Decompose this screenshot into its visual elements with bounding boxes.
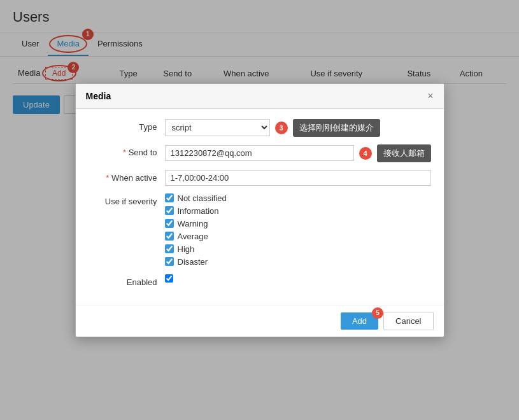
modal-title: Media [86, 91, 111, 101]
when-active-row: When active [89, 170, 431, 186]
severity-checkboxes: Not classified Information Warning [165, 193, 227, 267]
severity-disaster[interactable]: Disaster [165, 257, 227, 267]
cb-high[interactable] [165, 244, 174, 253]
severity-warning-label: Warning [178, 219, 208, 228]
severity-information[interactable]: Information [165, 206, 227, 216]
cb-disaster[interactable] [165, 257, 174, 266]
type-control: script Email SMS 3 选择刚刚创建的媒介 [165, 119, 431, 137]
severity-high[interactable]: High [165, 244, 227, 254]
media-modal: Media × Type script Email SMS 3 选择刚刚创建 [75, 83, 444, 337]
enabled-row: Enabled [89, 274, 431, 287]
tooltip-type: 选择刚刚创建的媒介 [293, 119, 380, 137]
modal-overlay: Media × Type script Email SMS 3 选择刚刚创建 [0, 0, 519, 420]
severity-control: Not classified Information Warning [165, 193, 431, 267]
type-row: Type script Email SMS 3 选择刚刚创建的媒介 [89, 119, 431, 137]
modal-cancel-button[interactable]: Cancel [383, 312, 433, 330]
severity-not-classified[interactable]: Not classified [165, 193, 227, 203]
enabled-control [165, 274, 431, 283]
severity-row: Use if severity Not classified Informati… [89, 193, 431, 267]
severity-label: Use if severity [89, 193, 165, 206]
type-select[interactable]: script Email SMS [165, 119, 270, 136]
when-active-input[interactable] [165, 170, 431, 186]
enabled-label: Enabled [89, 274, 165, 287]
modal-footer: Add 5 Cancel [76, 305, 444, 337]
page-background: Users User Media 1 Permissions Media [0, 0, 519, 420]
step3-badge: 3 [275, 122, 288, 134]
cb-average[interactable] [165, 232, 174, 241]
sendto-control: 4 接收人邮箱 [165, 144, 431, 162]
step4-badge: 4 [359, 147, 372, 160]
severity-information-label: Information [178, 206, 219, 216]
tooltip-sendto: 接收人邮箱 [377, 144, 431, 162]
modal-close-button[interactable]: × [427, 90, 433, 102]
type-label: Type [89, 119, 165, 132]
sendto-input[interactable] [165, 145, 354, 161]
step5-badge: 5 [372, 307, 383, 319]
sendto-label: Send to [89, 144, 165, 157]
when-active-control [165, 170, 431, 186]
cb-not-classified[interactable] [165, 193, 174, 202]
cb-information[interactable] [165, 206, 174, 215]
enabled-checkbox[interactable] [165, 274, 173, 283]
severity-average-label: Average [178, 232, 208, 241]
severity-not-classified-label: Not classified [178, 193, 227, 203]
severity-average[interactable]: Average [165, 232, 227, 241]
modal-header: Media × [76, 84, 444, 109]
severity-high-label: High [178, 244, 195, 254]
severity-disaster-label: Disaster [178, 257, 208, 267]
cb-warning[interactable] [165, 219, 174, 228]
modal-body: Type script Email SMS 3 选择刚刚创建的媒介 Send t… [76, 109, 444, 305]
sendto-row: Send to 4 接收人邮箱 [89, 144, 431, 162]
when-active-label: When active [89, 170, 165, 183]
severity-warning[interactable]: Warning [165, 219, 227, 228]
